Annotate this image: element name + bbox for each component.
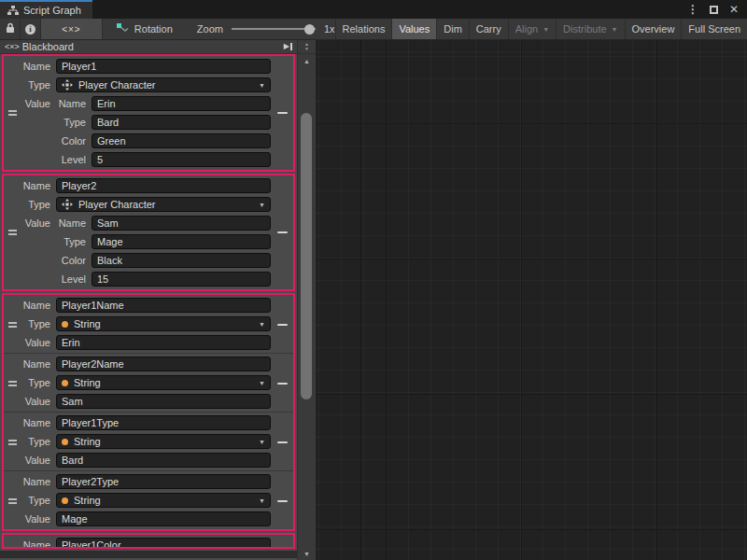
variable-player2[interactable]: NameTypePlayer Character▼ValueNameTypeCo… [4, 175, 293, 289]
code-view-toggle-button[interactable]: <×> [41, 19, 103, 39]
variable-value-field[interactable] [56, 511, 271, 526]
variable-name-field[interactable] [56, 298, 271, 313]
variable-player1color[interactable]: NameTypeString▼ [4, 535, 293, 549]
window-menu-icon[interactable]: ⋮ [687, 4, 698, 15]
variable-type-label: String [74, 495, 101, 506]
blackboard-list: NameTypePlayer Character▼ValueNameTypeCo… [0, 54, 297, 560]
remove-variable-button[interactable] [277, 500, 288, 502]
toolbar-button-dim[interactable]: Dim [436, 19, 469, 39]
zoom-slider[interactable] [232, 28, 316, 30]
variable-name-field[interactable] [56, 538, 271, 549]
value-color-field[interactable] [92, 133, 271, 148]
variable-player1[interactable]: NameTypePlayer Character▼ValueNameTypeCo… [4, 56, 293, 170]
variable-type-label: Player Character [78, 199, 156, 210]
dock-panel-button[interactable]: ▶ [284, 43, 292, 50]
variable-name-field[interactable] [56, 474, 271, 489]
variable-name-field[interactable] [56, 415, 271, 430]
info-button[interactable]: i [21, 19, 41, 39]
row-label-name: Name [4, 476, 50, 487]
scroll-up-button[interactable]: ▲ [298, 54, 316, 67]
variable-type-label: String [74, 318, 101, 329]
toolbar-button-label: Carry [476, 23, 501, 35]
drag-handle[interactable] [8, 108, 17, 118]
tab-bar: Script Graph ⋮ ✕ [0, 0, 747, 19]
variable-player1type[interactable]: NameTypeString▼Value [4, 412, 293, 470]
toolbar-button-values[interactable]: Values [391, 19, 436, 39]
scroll-thumb[interactable] [301, 113, 312, 399]
string-type-icon [62, 380, 68, 386]
toolbar-button-label: Values [399, 23, 430, 35]
row-label-name: Name [4, 180, 50, 191]
remove-variable-button[interactable] [277, 383, 288, 385]
value-type-field[interactable] [92, 115, 271, 130]
main-content: <×> Blackboard ▶ NameTypePlayer Characte… [0, 40, 747, 560]
toolbar-button-carry[interactable]: Carry [469, 19, 508, 39]
variable-player2type[interactable]: NameTypeString▼Value [4, 470, 293, 529]
rotation-control[interactable]: Rotation [116, 19, 173, 39]
blackboard-title: Blackboard [22, 41, 74, 52]
toolbar-button-label: Full Screen [688, 23, 740, 35]
toolbar-button-label: Relations [343, 23, 386, 35]
row-label-value: Value [4, 513, 50, 525]
graph-canvas[interactable] [316, 40, 747, 560]
remove-variable-button[interactable] [277, 112, 288, 114]
string-type-icon [62, 497, 68, 504]
variable-name-field[interactable] [56, 357, 271, 371]
drag-handle[interactable] [8, 497, 17, 506]
chevron-down-icon: ▼ [259, 321, 265, 328]
variable-type-dropdown[interactable]: String▼ [56, 493, 271, 508]
toolbar-button-align[interactable]: Align▼ [508, 19, 556, 39]
toolbar-button-distribute[interactable]: Distribute▼ [556, 19, 624, 39]
variable-value-field[interactable] [56, 394, 271, 409]
scroll-track[interactable] [298, 67, 316, 547]
variable-type-dropdown[interactable]: String▼ [56, 375, 271, 390]
close-icon[interactable]: ✕ [729, 4, 739, 15]
row-label-type: Type [4, 199, 50, 210]
drag-handle[interactable] [8, 228, 17, 237]
scroll-down-button[interactable]: ▼ [298, 547, 316, 560]
value-color-field[interactable] [92, 253, 271, 268]
variable-player1name[interactable]: NameTypeString▼Value [4, 295, 293, 353]
variable-type-dropdown[interactable]: String▼ [56, 316, 271, 331]
variable-type-dropdown[interactable]: String▼ [56, 434, 271, 449]
row-label-name: Name [4, 539, 50, 549]
drag-handle[interactable] [8, 379, 17, 388]
remove-variable-button[interactable] [277, 324, 288, 326]
remove-variable-button[interactable] [277, 441, 288, 443]
drag-handle[interactable] [8, 438, 17, 447]
tab-script-graph[interactable]: Script Graph [0, 0, 92, 19]
row-label-name: Name [4, 300, 50, 311]
scrollbar: ▲ ▼ ▲ ▼ [297, 40, 316, 560]
lock-icon [6, 21, 15, 37]
zoom-slider-knob[interactable] [304, 24, 315, 35]
chevron-down-icon: ▼ [543, 26, 549, 33]
value-sub-label-color: Color [56, 255, 86, 266]
chevron-down-icon: ▼ [259, 380, 265, 386]
variable-name-field[interactable] [56, 178, 271, 193]
scroll-mini-arrows[interactable]: ▲ ▼ [298, 40, 316, 54]
value-sub-label-level: Level [56, 273, 86, 285]
row-label-value: Value [4, 396, 50, 407]
variable-value-field[interactable] [56, 335, 271, 350]
toolbar-button-overview[interactable]: Overview [625, 19, 682, 39]
maximize-icon[interactable] [710, 6, 718, 14]
value-name-field[interactable] [92, 96, 271, 111]
drag-handle[interactable] [8, 320, 17, 329]
lock-button[interactable] [0, 19, 21, 39]
value-sub-label-level: Level [56, 154, 86, 165]
variable-name-field[interactable] [56, 59, 271, 74]
clipped-row-strip [0, 551, 297, 558]
value-type-field[interactable] [92, 234, 271, 249]
value-level-field[interactable] [92, 272, 271, 287]
variable-player2name[interactable]: NameTypeString▼Value [4, 353, 293, 412]
toolbar-button-relations[interactable]: Relations [335, 19, 392, 39]
value-name-field[interactable] [92, 216, 271, 231]
value-level-field[interactable] [92, 152, 271, 167]
variable-type-dropdown[interactable]: Player Character▼ [56, 77, 271, 92]
row-label-value: Value [4, 337, 50, 348]
remove-variable-button[interactable] [277, 231, 288, 233]
toolbar-button-label: Dim [444, 23, 462, 35]
variable-type-dropdown[interactable]: Player Character▼ [56, 197, 271, 212]
toolbar-button-full-screen[interactable]: Full Screen [681, 19, 747, 39]
variable-value-field[interactable] [56, 453, 271, 468]
